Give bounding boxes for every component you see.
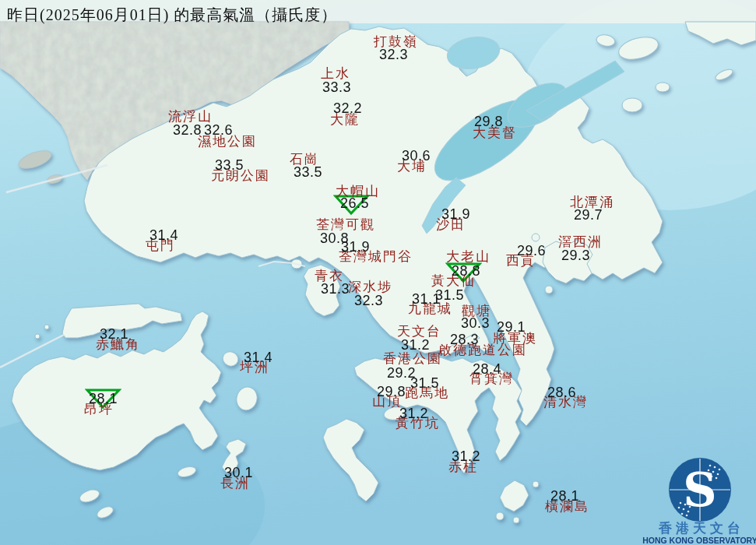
station-value: 31.3: [321, 282, 350, 296]
station-name: 荃灣可觀: [316, 218, 375, 231]
station-value: 26.5: [340, 196, 369, 210]
station-value: 29.7: [574, 208, 603, 222]
station-value: 32.2: [333, 101, 362, 115]
station-value: 33.3: [322, 80, 351, 94]
station-value: 30.6: [402, 149, 431, 163]
station-value: 28.6: [547, 385, 576, 399]
station-value: 32.6: [204, 123, 233, 137]
station-value: 31.4: [244, 350, 273, 364]
station-name: 大老山: [446, 250, 491, 263]
station-value: 32.3: [379, 47, 408, 62]
station-value: 28.1: [550, 489, 579, 503]
station-name: 上水: [321, 67, 350, 80]
station-value: 28.8: [452, 264, 480, 278]
station-value: 28.4: [473, 362, 501, 376]
station-value: 32.1: [100, 327, 128, 341]
station-value: 31.9: [341, 240, 370, 254]
station-value: 32.3: [354, 294, 383, 308]
station-value: 28.1: [89, 392, 118, 406]
station-value: 29.1: [497, 320, 526, 334]
station-value: 31.9: [441, 207, 470, 221]
station-name: 流浮山: [168, 110, 213, 123]
station-value: 31.4: [149, 228, 178, 242]
station-value: 31.2: [452, 449, 480, 463]
station-value: 29.8: [474, 114, 503, 128]
station-name: 滘西洲: [558, 235, 603, 248]
station-value: 30.3: [461, 316, 490, 330]
station-value: 33.5: [294, 165, 322, 179]
station-name: 天文台: [397, 325, 441, 338]
station-value: 30.1: [224, 466, 253, 480]
map-title: 昨日(2025年06月01日) 的最高氣溫（攝氏度）: [7, 5, 337, 26]
station-value: 29.8: [377, 385, 406, 399]
station-name: 深水埗: [348, 280, 392, 294]
station-value: 29.6: [517, 244, 546, 258]
station-value: 31.5: [410, 376, 439, 390]
station-name: 香港公園: [383, 352, 442, 365]
station-value: 32.8: [173, 123, 202, 137]
station-value: 31.1: [412, 292, 441, 306]
station-value: 33.5: [215, 158, 244, 172]
stations-layer: 32.3打鼓嶺33.3上水32.2大隴29.8大美督32.8流浮山32.6濕地公…: [0, 0, 756, 545]
station-value: 29.3: [561, 248, 590, 262]
station-value: 28.3: [450, 332, 479, 346]
station-value: 31.2: [401, 338, 430, 352]
station-value: 31.2: [399, 406, 428, 420]
hko-max-temp-map: S 香港天文台 HONG KONG OBSERVATORY 昨日(2025年06…: [0, 0, 756, 545]
